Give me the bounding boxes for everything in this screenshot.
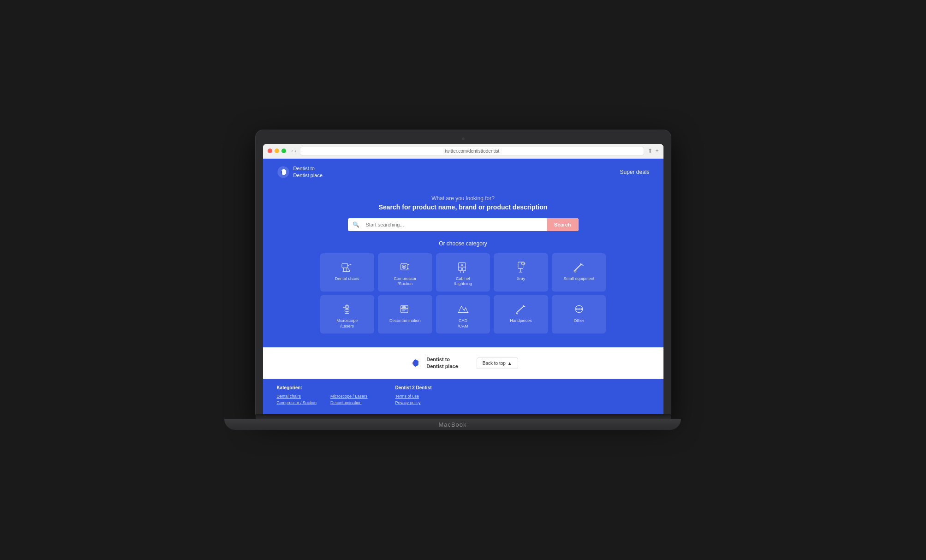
footer-link-dental-chairs[interactable]: Dental chairs [277,394,317,399]
hero-section: What are you looking for? Search for pro… [263,186,663,348]
category-cadcam[interactable]: CAD/CAM [436,295,490,334]
svg-line-6 [348,268,350,270]
svg-rect-36 [404,306,406,308]
footer-white: Dentist to Dentist place Back to top ▲ [263,347,663,379]
category-grid: Dental chairs Compressor/Suctio [320,253,606,334]
super-deals-link[interactable]: Super deals [620,169,649,175]
browser-window: ‹ › twitter.com/dentisttodentist ⬆ + [263,144,663,415]
forward-icon[interactable]: › [295,149,296,154]
category-small-equipment[interactable]: Small equipment [552,253,606,292]
category-other-label: Other [556,318,603,324]
search-button[interactable]: Search [547,218,579,231]
share-icon[interactable]: ⬆ [648,148,652,154]
minimize-button[interactable] [275,149,279,153]
svg-line-24 [574,264,581,270]
site-content: Dentist to Dentist place Super deals Wha… [263,159,663,415]
bookmark-icon[interactable]: + [655,148,658,154]
category-xray-label: Xray [497,276,544,282]
laptop-base: MacBook [224,419,681,430]
svg-line-32 [344,307,346,308]
footer-links-row: Dental chairs Compressor / Suction Micro… [277,394,368,407]
category-label: Or choose category [277,240,650,247]
search-input[interactable] [364,218,547,231]
category-dental-chairs[interactable]: Dental chairs [320,253,375,292]
logo-text: Dentist to Dentist place [293,165,323,179]
svg-line-10 [407,264,410,265]
svg-rect-35 [402,306,404,308]
browser-controls: ‹ › [292,149,297,154]
category-cabinet[interactable]: Cabinet/Lightning [436,253,490,292]
address-bar[interactable]: twitter.com/dentisttodentist [300,147,644,155]
footer-links-col2: Microscope / Lasers Decontamination [330,394,368,407]
svg-line-2 [348,264,352,265]
category-cadcam-label: CAD/CAM [440,318,487,329]
category-decontamination[interactable]: Decontamination [378,295,432,334]
camera-dot [462,137,465,140]
svg-point-47 [580,309,581,310]
footer-logo: Dentist to Dentist place [408,356,458,370]
svg-point-9 [403,266,405,267]
footer-links-col1: Dental chairs Compressor / Suction [277,394,317,407]
svg-point-14 [461,264,463,266]
category-dental-chairs-label: Dental chairs [324,276,371,282]
svg-rect-1 [342,263,347,268]
category-cabinet-label: Cabinet/Lightning [440,276,487,287]
footer-link-compressor[interactable]: Compressor / Suction [277,400,317,405]
back-icon[interactable]: ‹ [292,149,293,154]
footer-link-decontamination[interactable]: Decontamination [330,400,368,405]
category-small-equipment-label: Small equipment [556,276,603,282]
category-compressor-label: Compressor/Suction [382,276,429,287]
category-xray[interactable]: Xray [494,253,548,292]
footer-dark: Kategorien: Dental chairs Compressor / S… [263,379,663,414]
hero-title: Search for product name, brand or produc… [277,203,650,211]
footer-logo-text: Dentist to Dentist place [426,356,458,370]
svg-point-46 [579,309,579,310]
laptop-hinge [256,414,671,419]
hero-subtitle: What are you looking for? [277,195,650,202]
traffic-lights [268,149,286,153]
logo-icon [277,166,290,179]
macbook-label: MacBook [438,421,466,428]
category-handpieces[interactable]: Handpieces [494,295,548,334]
maximize-button[interactable] [281,149,286,153]
svg-line-11 [407,268,410,269]
footer-col-dentist2dentist-heading: Dentist 2 Dentist [395,385,432,390]
category-handpieces-label: Handpieces [497,318,544,324]
category-decontamination-label: Decontamination [382,318,429,324]
svg-point-45 [576,309,577,310]
footer-col-kategorien-heading: Kategorien: [277,385,368,390]
svg-line-40 [517,306,524,312]
footer-link-privacy[interactable]: Privacy policy [395,400,432,405]
laptop-wrapper: ‹ › twitter.com/dentisttodentist ⬆ + [256,130,671,430]
svg-point-8 [402,265,406,268]
footer-link-microscope[interactable]: Microscope / Lasers [330,394,368,399]
logo-area: Dentist to Dentist place [277,165,323,179]
search-bar: 🔍 Search [348,218,579,231]
category-compressor[interactable]: Compressor/Suction [378,253,432,292]
category-microscope[interactable]: Microscope/Lasers [320,295,375,334]
browser-actions: ⬆ + [648,148,658,154]
footer-col-kategorien: Kategorien: Dental chairs Compressor / S… [277,385,368,407]
back-to-top-button[interactable]: Back to top ▲ [477,357,518,369]
chevron-up-icon: ▲ [508,361,512,366]
svg-point-15 [461,268,463,269]
close-button[interactable] [268,149,272,153]
svg-rect-18 [518,262,523,268]
svg-rect-7 [401,263,407,270]
browser-chrome: ‹ › twitter.com/dentisttodentist ⬆ + [263,144,663,159]
footer-link-terms[interactable]: Terms of use [395,394,432,399]
footer-col-dentist2dentist: Dentist 2 Dentist Terms of use Privacy p… [395,385,432,407]
site-nav: Dentist to Dentist place Super deals [263,159,663,186]
screen-bezel: ‹ › twitter.com/dentisttodentist ⬆ + [256,130,671,415]
category-other[interactable]: Other [552,295,606,334]
footer-logo-icon [408,356,423,370]
category-microscope-label: Microscope/Lasers [324,318,371,329]
search-icon: 🔍 [348,218,364,231]
svg-point-43 [516,313,518,314]
